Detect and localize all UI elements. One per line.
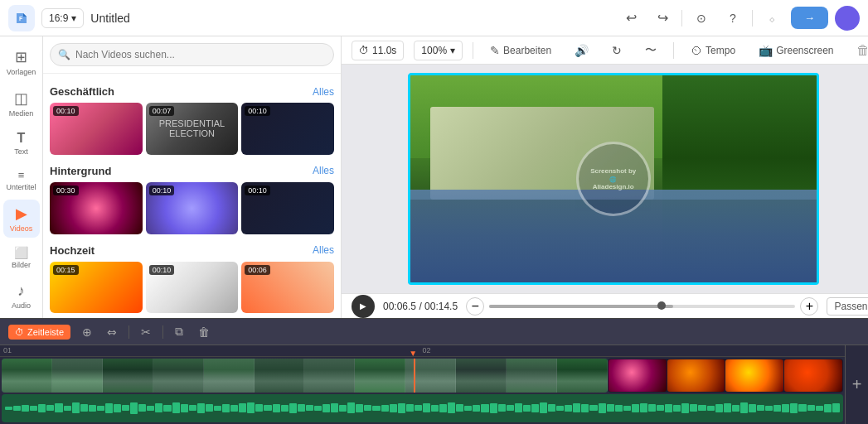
sidebar-item-text[interactable]: T Text [3,126,40,161]
video-thumb[interactable]: 00:30 [50,182,143,234]
wave-bar [172,402,180,413]
wave-bar [790,403,798,413]
wave-bar [64,406,71,411]
hochzeit-header: Hochzeit Alles [50,244,334,257]
delete-track-button[interactable]: 🗑 [195,322,213,342]
toolbar-speed[interactable]: 〜 [638,40,663,61]
video-thumb[interactable]: 00:15 [50,262,143,314]
playhead[interactable] [414,359,415,393]
zoom-slider[interactable] [489,305,795,308]
hintergrund-grid: 00:30 00:10 00:10 [50,182,334,234]
video-thumb[interactable]: PRESIDENTIAL ELECTION 00:07 [146,103,239,155]
wave-bar [197,403,205,413]
video-track [2,359,843,393]
toolbar-audio-icon[interactable]: 🔊 [568,41,595,60]
video-frame-bg: Screenshot by 🌐 Aliadesign.io [410,75,817,282]
wave-bar [38,404,46,412]
wave-bar [406,404,414,412]
wave-bar [55,403,62,412]
zoom-out-button[interactable]: − [466,297,484,316]
toolbar-loop[interactable]: ↻ [605,41,628,60]
wave-bar [89,405,96,412]
wave-bar [523,405,531,412]
preview-area: ⏱ 11.0s 100% ▾ ✎ Bearbeiten 🔊 ↻ [342,36,868,318]
wave-bar [222,404,230,412]
help-button[interactable]: ? [720,6,745,31]
delete-button[interactable]: 🗑 [851,38,868,63]
toolbar-tempo[interactable]: ⏲ Tempo [684,41,742,60]
geschaeftlich-title: Geschäftlich [50,85,114,98]
hintergrund-all[interactable]: Alles [313,165,334,176]
wave-bar [798,404,806,412]
sidebar-item-bilder[interactable]: ⬜ Bilder [3,241,40,274]
sidebar-item-untertitel[interactable]: ≡ Untertitel [3,164,40,196]
video-thumb[interactable]: 00:10 [50,103,143,155]
waveform [2,394,843,422]
ruler-label-mid: 02 [423,347,431,354]
topbar-actions: ↩ ↪ ⊙ ? ⬦ → [618,6,860,31]
add-track-button[interactable]: ⊕ [79,322,95,342]
frame-thumb [103,359,153,393]
share-button[interactable]: ⬦ [759,6,784,31]
video-duration: 00:10 [149,186,175,195]
toolbar-duration[interactable]: ⏱ 11.0s [352,41,404,60]
zoom-in-button[interactable]: + [800,297,818,316]
add-track-button-side[interactable]: + [845,345,868,424]
video-strip-main[interactable] [2,359,608,393]
video-duration: 00:30 [53,186,79,195]
video-thumb[interactable]: 00:06 [241,262,334,314]
wave-bar [415,405,422,411]
wave-bar [531,404,539,412]
orb-clip-2 [667,359,725,392]
wave-bar [657,405,664,411]
wave-bar [507,405,514,411]
geschaeftlich-all[interactable]: Alles [313,86,334,98]
wave-bar [381,405,389,412]
user-avatar[interactable] [835,6,860,31]
wave-bar [439,404,447,412]
sidebar-item-videos[interactable]: ▶ Videos [3,200,40,238]
wave-bar [515,403,522,412]
frame-thumb [304,359,355,393]
redo-button[interactable]: ↪ [650,6,675,31]
aspect-ratio-selector[interactable]: 16:9 ▾ [41,8,84,28]
wave-bar [147,406,154,411]
toolbar-separator2 [673,42,674,59]
video-thumb[interactable]: 00:10 [241,103,334,155]
timeline-label[interactable]: ⏱ Zeitleiste [8,325,70,340]
wave-bar [732,405,739,412]
wave-bar [306,405,313,411]
sidebar-item-medien[interactable]: ◫ Medien [3,84,40,123]
copy-button[interactable]: ⧉ [172,321,187,342]
fit-button[interactable]: Passen [827,297,868,316]
wave-bar [599,403,606,413]
wave-bar [239,403,246,412]
hintergrund-title: Hintergrund [50,165,111,177]
search-bar: 🔍 [43,36,341,74]
video-thumb[interactable]: 00:10 [146,262,239,314]
export-button[interactable]: → [791,7,828,29]
play-button[interactable]: ▶ [352,295,375,318]
plus-icon: + [852,375,862,394]
frame-thumb [507,359,557,393]
timeline-area: ⏱ Zeitleiste ⊕ ⇔ ✂ ⧉ 🗑 01 02 [0,318,868,424]
video-thumb[interactable]: 00:10 [146,182,239,234]
hochzeit-all[interactable]: Alles [313,244,334,256]
video-thumb[interactable]: 00:10 [241,182,334,234]
undo-button[interactable]: ↩ [618,6,643,31]
sidebar-item-audio[interactable]: ♪ Audio [3,277,40,315]
toolbar-zoom[interactable]: 100% ▾ [414,41,463,60]
video-duration: 00:10 [53,106,79,116]
toolbar-greenscreen[interactable]: 📺 Greenscreen [752,41,840,60]
audio-strip[interactable] [2,394,843,422]
wave-bar [740,402,748,413]
search-input[interactable] [50,43,334,66]
toolbar-bearbeiten[interactable]: ✎ Bearbeiten [483,41,558,60]
sync-button[interactable]: ⊙ [689,6,714,31]
trim-button[interactable]: ⇔ [104,322,120,342]
cut-button[interactable]: ✂ [138,322,154,342]
wave-bar [72,402,80,413]
geschaeftlich-header: Geschäftlich Alles [50,85,334,98]
sidebar-item-vorlagen[interactable]: ⊞ Vorlagen [3,43,40,81]
video-strip-orbs[interactable] [608,359,843,393]
